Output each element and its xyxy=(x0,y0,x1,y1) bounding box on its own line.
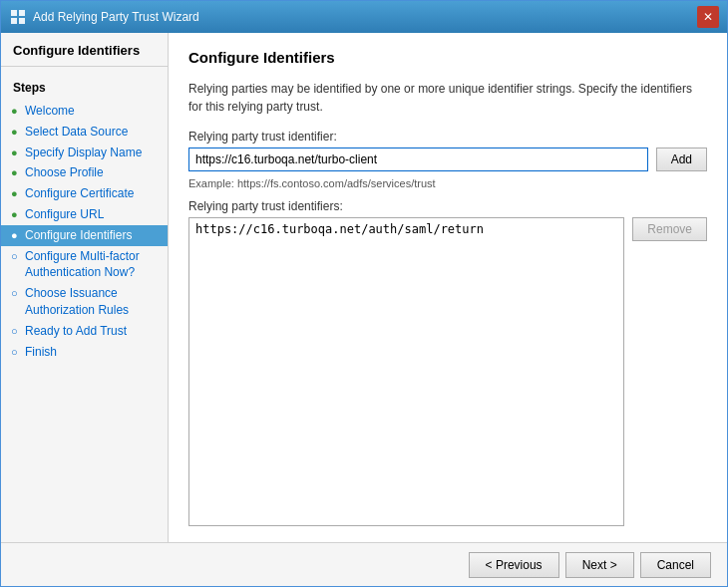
step-label-configure-certificate: Configure Certificate xyxy=(25,185,134,202)
step-dot-configure-url: ● xyxy=(11,207,25,222)
svg-rect-2 xyxy=(11,18,17,24)
step-dot-configure-identifiers: ● xyxy=(11,228,25,243)
sidebar-item-configure-url[interactable]: ● Configure URL xyxy=(1,204,168,225)
bottom-bar: < Previous Next > Cancel xyxy=(1,542,727,586)
svg-rect-1 xyxy=(19,10,25,16)
title-bar: Add Relying Party Trust Wizard ✕ xyxy=(1,1,727,33)
identifiers-label: Relying party trust identifiers: xyxy=(188,199,707,213)
window-title: Add Relying Party Trust Wizard xyxy=(33,10,199,24)
next-button[interactable]: Next > xyxy=(565,552,634,578)
step-dot-configure-multifactor: ○ xyxy=(11,249,25,264)
identifier-input-row: Add xyxy=(188,147,707,171)
sidebar-item-specify-display-name[interactable]: ● Specify Display Name xyxy=(1,143,168,163)
step-label-specify-display-name: Specify Display Name xyxy=(25,145,142,161)
step-label-finish: Finish xyxy=(25,344,57,361)
content-area: Configure Identifiers Steps ● Welcome ● … xyxy=(1,33,727,542)
sidebar: Configure Identifiers Steps ● Welcome ● … xyxy=(1,33,169,542)
svg-rect-0 xyxy=(11,10,17,16)
step-dot-choose-profile: ● xyxy=(11,165,25,180)
textarea-buttons: Remove xyxy=(632,217,707,526)
sidebar-item-choose-issuance[interactable]: ○ Choose Issuance Authorization Rules xyxy=(1,283,168,321)
remove-button[interactable]: Remove xyxy=(632,217,707,241)
sidebar-title: Configure Identifiers xyxy=(1,43,168,66)
close-button[interactable]: ✕ xyxy=(697,6,719,28)
identifier-input[interactable] xyxy=(188,147,648,171)
steps-label: Steps xyxy=(1,77,168,101)
window-icon xyxy=(9,8,27,26)
cancel-button[interactable]: Cancel xyxy=(640,552,711,578)
step-dot-finish: ○ xyxy=(11,345,25,360)
sidebar-item-configure-certificate[interactable]: ● Configure Certificate xyxy=(1,183,168,204)
step-label-welcome: Welcome xyxy=(25,103,75,120)
step-dot-ready-to-add: ○ xyxy=(11,324,25,339)
wizard-window: Add Relying Party Trust Wizard ✕ Configu… xyxy=(0,0,728,587)
title-bar-left: Add Relying Party Trust Wizard xyxy=(9,8,199,26)
step-label-choose-profile: Choose Profile xyxy=(25,164,104,181)
identifier-label: Relying party trust identifier: xyxy=(188,130,707,144)
step-label-select-data-source: Select Data Source xyxy=(25,124,128,141)
sidebar-item-choose-profile[interactable]: ● Choose Profile xyxy=(1,162,168,183)
step-dot-welcome: ● xyxy=(11,104,25,119)
step-dot-choose-issuance: ○ xyxy=(11,286,25,301)
identifiers-textarea[interactable] xyxy=(188,217,624,526)
previous-button[interactable]: < Previous xyxy=(469,552,559,578)
step-dot-specify-display-name: ● xyxy=(11,146,25,160)
step-label-configure-url: Configure URL xyxy=(25,206,104,223)
step-dot-configure-certificate: ● xyxy=(11,186,25,201)
sidebar-item-ready-to-add[interactable]: ○ Ready to Add Trust xyxy=(1,321,168,342)
sidebar-item-welcome[interactable]: ● Welcome xyxy=(1,101,168,122)
page-title: Configure Identifiers xyxy=(188,49,707,66)
step-dot-select-data-source: ● xyxy=(11,125,25,140)
main-content: Configure Identifiers Relying parties ma… xyxy=(169,33,727,542)
step-label-configure-multifactor: Configure Multi-factor Authentication No… xyxy=(25,248,160,282)
sidebar-item-configure-identifiers[interactable]: ● Configure Identifiers xyxy=(1,225,168,246)
step-label-choose-issuance: Choose Issuance Authorization Rules xyxy=(25,285,160,319)
example-text: Example: https://fs.contoso.com/adfs/ser… xyxy=(188,177,707,189)
sidebar-item-configure-multifactor[interactable]: ○ Configure Multi-factor Authentication … xyxy=(1,246,168,284)
sidebar-item-finish[interactable]: ○ Finish xyxy=(1,342,168,363)
step-label-configure-identifiers: Configure Identifiers xyxy=(25,227,132,244)
description-text: Relying parties may be identified by one… xyxy=(188,80,707,116)
add-button[interactable]: Add xyxy=(656,147,707,171)
sidebar-item-select-data-source[interactable]: ● Select Data Source xyxy=(1,122,168,143)
step-label-ready-to-add: Ready to Add Trust xyxy=(25,323,127,340)
identifiers-row: Remove xyxy=(188,217,707,526)
divider xyxy=(1,66,168,67)
svg-rect-3 xyxy=(19,18,25,24)
